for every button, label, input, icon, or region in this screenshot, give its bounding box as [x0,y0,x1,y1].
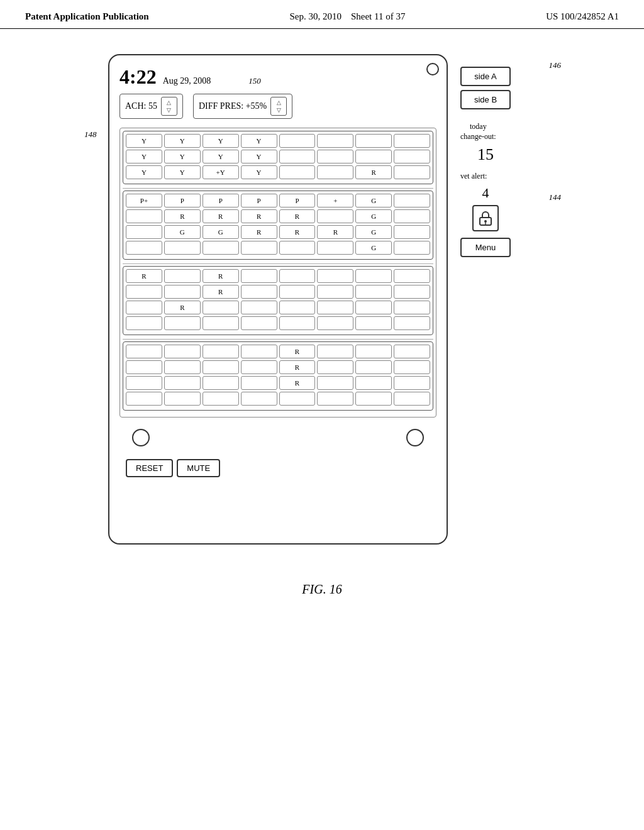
grid-cell[interactable]: R [164,209,201,223]
grid-cell[interactable] [126,376,162,390]
grid-cell[interactable] [355,316,392,330]
grid-cell[interactable]: R [203,209,239,223]
grid-cell[interactable] [317,269,353,283]
grid-cell[interactable] [126,301,162,314]
grid-cell[interactable] [394,285,430,299]
grid-cell[interactable]: R [203,269,239,283]
grid-cell[interactable] [394,301,430,314]
grid-cell[interactable]: R [279,360,316,374]
grid-cell[interactable] [394,225,430,239]
grid-cell[interactable]: Y [203,134,239,148]
grid-cell[interactable]: P [164,194,201,208]
grid-cell[interactable] [317,316,353,330]
grid-cell[interactable] [394,345,430,358]
grid-cell[interactable] [394,165,430,179]
grid-cell[interactable]: Y [126,165,162,179]
grid-cell[interactable] [394,241,430,255]
side-b-button[interactable]: side B [460,90,511,109]
diff-up-arrow[interactable]: △ [277,99,281,106]
grid-cell[interactable] [241,241,277,255]
grid-cell[interactable]: G [355,225,392,239]
grid-cell[interactable] [126,392,162,406]
grid-cell[interactable] [241,269,277,283]
grid-cell[interactable]: R [164,301,201,314]
grid-cell[interactable]: R [203,285,239,299]
grid-cell[interactable] [164,316,201,330]
grid-cell[interactable] [317,134,353,148]
grid-cell[interactable] [317,165,353,179]
grid-cell[interactable] [317,345,353,358]
grid-cell[interactable] [241,345,277,358]
grid-cell[interactable]: +Y [203,165,239,179]
bottom-left-circle[interactable] [132,429,150,446]
grid-cell[interactable]: Y [164,150,201,163]
grid-cell[interactable] [126,209,162,223]
grid-cell[interactable] [126,316,162,330]
grid-cell[interactable]: R [126,269,162,283]
grid-cell[interactable] [241,301,277,314]
grid-cell[interactable] [394,134,430,148]
grid-cell[interactable] [164,241,201,255]
grid-cell[interactable] [164,269,201,283]
grid-cell[interactable]: G [203,225,239,239]
grid-cell[interactable]: P+ [126,194,162,208]
grid-cell[interactable] [355,269,392,283]
grid-cell[interactable] [164,360,201,374]
grid-cell[interactable] [279,316,316,330]
grid-cell[interactable] [317,209,353,223]
grid-cell[interactable] [279,134,316,148]
grid-cell[interactable] [164,392,201,406]
grid-cell[interactable] [355,150,392,163]
grid-cell[interactable] [279,285,316,299]
ach-spinner[interactable]: △ ▽ [161,97,177,116]
side-a-button[interactable]: side A [460,67,511,86]
grid-cell[interactable] [279,269,316,283]
grid-cell[interactable]: G [355,209,392,223]
grid-cell[interactable] [394,150,430,163]
grid-cell[interactable] [394,360,430,374]
grid-cell[interactable]: Y [126,134,162,148]
grid-cell[interactable]: + [317,194,353,208]
grid-cell[interactable] [317,241,353,255]
grid-cell[interactable] [355,285,392,299]
grid-cell[interactable] [317,150,353,163]
grid-cell[interactable] [355,301,392,314]
menu-button[interactable]: Menu [460,238,511,257]
grid-cell[interactable] [279,301,316,314]
diff-down-arrow[interactable]: ▽ [277,106,281,114]
grid-cell[interactable]: R [317,225,353,239]
grid-cell[interactable] [355,360,392,374]
grid-cell[interactable] [317,376,353,390]
grid-cell[interactable]: P [203,194,239,208]
lock-icon-box[interactable] [472,205,499,231]
grid-cell[interactable] [355,376,392,390]
grid-cell[interactable]: R [241,225,277,239]
grid-cell[interactable] [279,165,316,179]
grid-cell[interactable]: Y [203,150,239,163]
grid-cell[interactable] [126,225,162,239]
grid-cell[interactable]: R [279,209,316,223]
grid-cell[interactable] [164,345,201,358]
grid-cell[interactable] [203,392,239,406]
grid-cell[interactable] [164,285,201,299]
grid-cell[interactable] [203,316,239,330]
bottom-right-circle[interactable] [406,429,424,446]
grid-cell[interactable] [203,301,239,314]
grid-cell[interactable]: Y [241,150,277,163]
grid-cell[interactable] [279,150,316,163]
grid-cell[interactable] [203,241,239,255]
mute-button[interactable]: MUTE [177,459,220,477]
grid-cell[interactable] [126,241,162,255]
grid-cell[interactable] [394,194,430,208]
grid-cell[interactable]: R [241,209,277,223]
grid-cell[interactable]: Y [164,134,201,148]
grid-cell[interactable] [317,285,353,299]
grid-cell[interactable] [241,376,277,390]
grid-cell[interactable]: R [279,376,316,390]
grid-cell[interactable] [355,134,392,148]
grid-cell[interactable]: Y [164,165,201,179]
grid-cell[interactable] [126,345,162,358]
grid-cell[interactable] [317,301,353,314]
grid-cell[interactable] [241,285,277,299]
ach-down-arrow[interactable]: ▽ [167,106,171,114]
